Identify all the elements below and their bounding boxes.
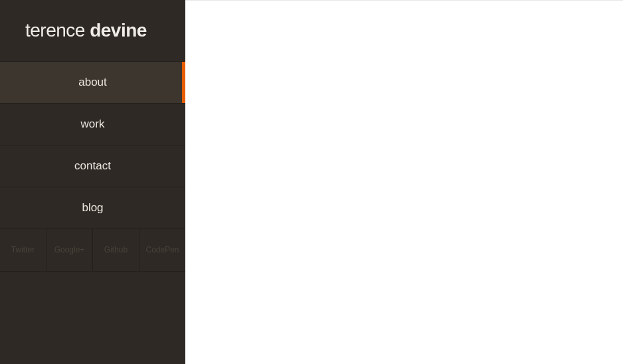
brand-title: terence devine — [0, 0, 185, 61]
nav-item-contact[interactable]: contact — [0, 145, 185, 187]
social-googleplus[interactable]: Google+ — [46, 228, 93, 271]
social-links: Twitter Google+ Github CodePen — [0, 228, 185, 272]
social-github[interactable]: Github — [93, 228, 139, 271]
social-label: Github — [104, 245, 128, 254]
social-label: Twitter — [11, 245, 35, 254]
social-label: Google+ — [54, 245, 85, 254]
social-twitter[interactable]: Twitter — [0, 228, 46, 271]
nav-item-work[interactable]: work — [0, 103, 185, 145]
nav-item-blog[interactable]: blog — [0, 187, 185, 228]
nav-label: contact — [74, 159, 111, 173]
main-content — [185, 0, 623, 364]
nav-label: about — [78, 76, 107, 89]
sidebar: terence devine about work contact blog T… — [0, 0, 185, 364]
nav-label: work — [81, 118, 105, 131]
brand-last: devine — [90, 20, 147, 41]
social-codepen[interactable]: CodePen — [139, 228, 185, 271]
brand-first: terence — [25, 20, 85, 41]
social-label: CodePen — [145, 245, 179, 254]
nav-label: blog — [82, 201, 103, 215]
main-nav: about work contact blog — [0, 61, 185, 228]
nav-item-about[interactable]: about — [0, 61, 185, 103]
